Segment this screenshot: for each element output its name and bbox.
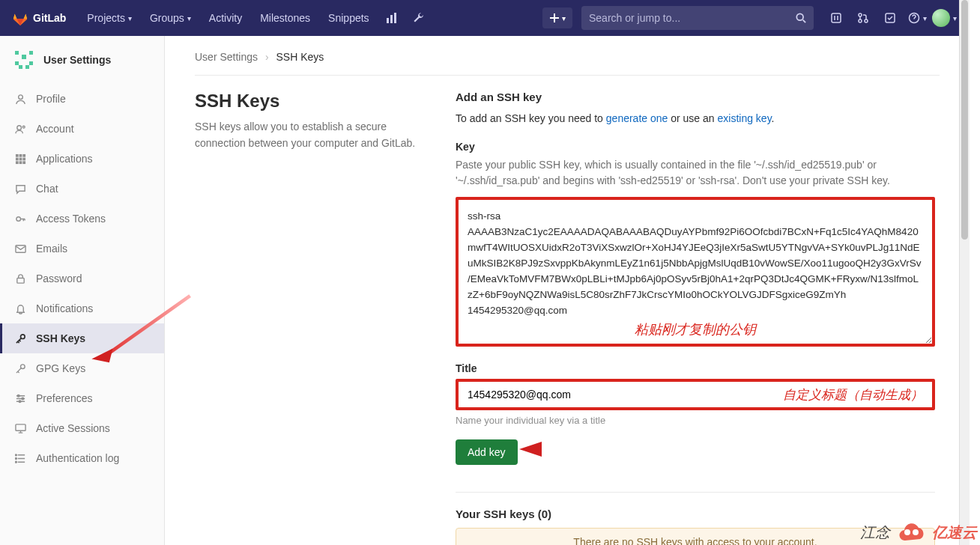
monitor-icon bbox=[13, 423, 27, 434]
nav-projects[interactable]: Projects▾ bbox=[78, 0, 141, 36]
sidebar-item-gpg-keys[interactable]: GPG Keys bbox=[0, 353, 164, 383]
watermark: 江念 亿速云 bbox=[860, 521, 977, 544]
svg-rect-24 bbox=[19, 157, 22, 160]
nav-snippets[interactable]: Snippets bbox=[319, 0, 378, 36]
svg-rect-16 bbox=[25, 65, 29, 69]
svg-rect-25 bbox=[22, 157, 25, 160]
key-icon bbox=[13, 363, 27, 374]
svg-rect-10 bbox=[15, 51, 19, 55]
merge-requests-icon[interactable] bbox=[850, 0, 877, 36]
sidebar-item-applications[interactable]: Applications bbox=[0, 144, 164, 174]
chevron-down-icon: ▾ bbox=[953, 14, 957, 22]
svg-point-35 bbox=[21, 398, 23, 400]
svg-point-41 bbox=[904, 529, 910, 535]
svg-rect-20 bbox=[15, 153, 18, 156]
sidebar-item-notifications[interactable]: Notifications bbox=[0, 293, 164, 323]
svg-point-6 bbox=[859, 19, 862, 22]
applications-icon bbox=[13, 153, 27, 165]
svg-point-3 bbox=[796, 13, 803, 20]
chevron-down-icon: ▾ bbox=[128, 14, 132, 22]
add-key-button[interactable]: Add key bbox=[456, 439, 518, 465]
svg-rect-13 bbox=[15, 61, 19, 65]
scrollbar-thumb[interactable] bbox=[961, 0, 968, 240]
svg-rect-26 bbox=[15, 161, 18, 164]
topbar: GitLab Projects▾ Groups▾ Activity Milest… bbox=[0, 0, 970, 36]
svg-rect-2 bbox=[394, 13, 396, 23]
svg-rect-12 bbox=[22, 55, 26, 59]
existing-key-link[interactable]: existing key bbox=[718, 112, 772, 124]
sidebar-header: User Settings bbox=[0, 36, 164, 84]
svg-point-18 bbox=[16, 125, 21, 130]
profile-icon bbox=[13, 94, 27, 105]
svg-point-42 bbox=[913, 529, 919, 535]
page-description: SSH keys allow you to establish a secure… bbox=[195, 119, 420, 151]
svg-point-39 bbox=[15, 457, 16, 459]
key-label: Key bbox=[456, 141, 935, 153]
todos-icon[interactable] bbox=[877, 0, 904, 36]
sidebar-item-chat[interactable]: Chat bbox=[0, 174, 164, 204]
sidebar-item-active-sessions[interactable]: Active Sessions bbox=[0, 413, 164, 443]
nav-analytics-icon[interactable] bbox=[378, 0, 405, 36]
svg-rect-15 bbox=[19, 65, 22, 69]
chevron-down-icon: ▾ bbox=[923, 14, 927, 22]
svg-rect-23 bbox=[15, 157, 18, 160]
generate-one-link[interactable]: generate one bbox=[606, 112, 668, 124]
account-icon bbox=[13, 124, 27, 135]
svg-point-29 bbox=[16, 216, 20, 221]
search-icon bbox=[796, 13, 806, 23]
svg-rect-30 bbox=[15, 245, 25, 252]
nav-activity[interactable]: Activity bbox=[200, 0, 251, 36]
svg-rect-22 bbox=[22, 153, 25, 156]
chevron-down-icon: ▾ bbox=[187, 14, 191, 22]
lock-icon bbox=[13, 273, 27, 284]
svg-rect-37 bbox=[15, 424, 25, 430]
chevron-down-icon: ▾ bbox=[562, 14, 566, 22]
svg-rect-4 bbox=[832, 13, 841, 22]
issues-icon[interactable] bbox=[823, 0, 850, 36]
sidebar-item-emails[interactable]: Emails bbox=[0, 234, 164, 264]
nav-wrench-icon[interactable] bbox=[405, 0, 432, 36]
title-label: Title bbox=[456, 362, 935, 374]
user-menu[interactable]: ▾ bbox=[931, 0, 958, 36]
svg-point-5 bbox=[859, 13, 862, 16]
svg-rect-31 bbox=[16, 278, 23, 283]
nav-groups[interactable]: Groups▾ bbox=[141, 0, 200, 36]
svg-point-19 bbox=[22, 126, 25, 128]
add-key-help: To add an SSH key you need to generate o… bbox=[456, 111, 935, 127]
svg-rect-1 bbox=[390, 15, 393, 23]
sidebar-item-preferences[interactable]: Preferences bbox=[0, 383, 164, 413]
svg-point-40 bbox=[15, 461, 16, 463]
chat-icon bbox=[13, 183, 27, 195]
scrollbar[interactable] bbox=[959, 0, 970, 545]
breadcrumb: User Settings › SSH Keys bbox=[195, 51, 940, 76]
svg-rect-14 bbox=[29, 61, 33, 65]
sidebar-item-account[interactable]: Account bbox=[0, 114, 164, 144]
key-icon bbox=[13, 333, 27, 344]
svg-rect-11 bbox=[29, 51, 33, 55]
svg-point-34 bbox=[17, 395, 19, 397]
title-input[interactable] bbox=[456, 379, 935, 410]
sidebar-item-ssh-keys[interactable]: SSH Keys bbox=[0, 323, 164, 353]
annotation-arrow bbox=[515, 438, 740, 460]
sidebar-item-profile[interactable]: Profile bbox=[0, 84, 164, 114]
help-icon[interactable]: ▾ bbox=[904, 0, 931, 36]
brand-text: GitLab bbox=[33, 12, 66, 24]
sidebar-item-access-tokens[interactable]: Access Tokens bbox=[0, 204, 164, 234]
svg-rect-28 bbox=[22, 161, 25, 164]
key-textarea[interactable] bbox=[456, 197, 935, 347]
gitlab-logo[interactable]: GitLab bbox=[12, 10, 66, 26]
svg-point-7 bbox=[865, 19, 868, 22]
sidebar-item-auth-log[interactable]: Authentication log bbox=[0, 443, 164, 473]
bell-icon bbox=[13, 303, 27, 314]
avatar bbox=[932, 9, 950, 27]
search-box[interactable] bbox=[581, 6, 814, 30]
sidebar-item-password[interactable]: Password bbox=[0, 264, 164, 293]
new-menu-button[interactable]: ▾ bbox=[542, 7, 572, 28]
breadcrumb-root[interactable]: User Settings bbox=[195, 51, 258, 63]
breadcrumb-separator: › bbox=[265, 51, 269, 63]
svg-rect-0 bbox=[387, 18, 389, 23]
nav-milestones[interactable]: Milestones bbox=[251, 0, 319, 36]
cloud-icon bbox=[895, 521, 928, 544]
content: User Settings › SSH Keys SSH Keys SSH ke… bbox=[165, 36, 970, 545]
search-input[interactable] bbox=[589, 12, 796, 24]
